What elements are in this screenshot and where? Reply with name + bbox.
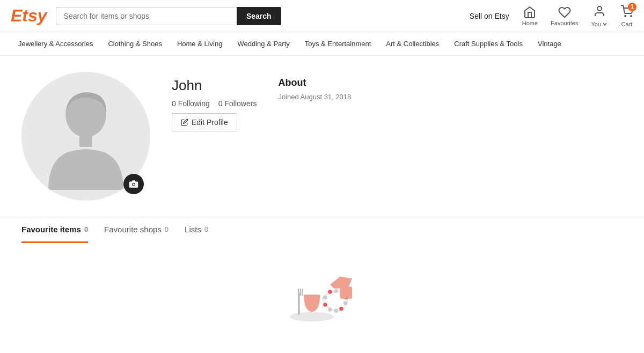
search-input[interactable] (56, 7, 237, 25)
home-nav[interactable]: Home (522, 6, 538, 26)
header-right: Sell on Etsy Home Favourites You (470, 5, 633, 27)
svg-point-19 (334, 309, 339, 313)
nav-item-art[interactable]: Art & Collectibles (378, 32, 447, 56)
cart-nav[interactable]: 1 Cart (620, 5, 633, 27)
pencil-icon (181, 119, 188, 126)
you-label: You (591, 21, 608, 27)
main-content: John 0 Following 0 Followers Edit Profil… (0, 56, 644, 350)
home-label: Home (522, 20, 538, 26)
category-nav: Jewellery & Accessories Clothing & Shoes… (0, 32, 644, 56)
camera-icon (129, 179, 138, 189)
favourites-nav[interactable]: Favourites (551, 6, 578, 26)
svg-point-13 (328, 290, 332, 294)
tab-favourite-items[interactable]: Favourite items 0 (21, 217, 88, 243)
svg-point-7 (290, 312, 334, 322)
nav-item-jewellery[interactable]: Jewellery & Accessories (11, 32, 100, 56)
profile-info: John 0 Following 0 Followers Edit Profil… (172, 72, 257, 201)
svg-rect-10 (300, 289, 301, 296)
sell-on-etsy-link[interactable]: Sell on Etsy (470, 12, 509, 20)
camera-button[interactable] (123, 174, 144, 194)
svg-point-6 (133, 183, 135, 186)
tabs-bar: Favourite items 0 Favourite shops 0 List… (21, 217, 623, 243)
nav-item-toys[interactable]: Toys & Entertainment (297, 32, 379, 56)
profile-name: John (172, 77, 257, 94)
header: Etsy Search Sell on Etsy Home Favourites (0, 0, 644, 32)
avatar-container (21, 72, 150, 201)
followers-stat: 0 Followers (218, 99, 257, 108)
profile-row: John 0 Following 0 Followers Edit Profil… (0, 56, 644, 211)
svg-rect-9 (298, 289, 299, 296)
svg-point-14 (334, 289, 339, 293)
chevron-down-icon (602, 21, 608, 27)
nav-item-home[interactable]: Home & Living (170, 32, 230, 56)
svg-point-2 (631, 16, 632, 17)
nav-item-clothing[interactable]: Clothing & Shoes (100, 32, 169, 56)
about-section: About Joined August 31, 2018 (278, 72, 623, 201)
search-button[interactable]: Search (237, 7, 281, 25)
svg-point-0 (597, 6, 602, 11)
tab-favourite-shops[interactable]: Favourite shops 0 (104, 217, 169, 243)
tab-lists[interactable]: Lists 0 (185, 217, 208, 243)
about-title: About (278, 77, 623, 89)
svg-point-21 (323, 303, 327, 307)
tabs-section: Favourite items 0 Favourite shops 0 List… (0, 217, 644, 243)
heart-icon (558, 6, 571, 19)
svg-rect-22 (340, 286, 353, 299)
joined-date: Joined August 31, 2018 (278, 93, 623, 101)
search-form: Search (56, 7, 281, 25)
edit-profile-button[interactable]: Edit Profile (172, 113, 237, 131)
svg-rect-11 (302, 289, 303, 296)
nav-item-craft[interactable]: Craft Supplies & Tools (447, 32, 530, 56)
empty-illustration (279, 264, 365, 329)
svg-rect-8 (298, 293, 300, 315)
svg-point-20 (328, 307, 332, 312)
user-icon (593, 5, 606, 18)
avatar-silhouette (38, 83, 134, 190)
cart-label: Cart (621, 21, 633, 27)
svg-point-18 (339, 307, 343, 311)
svg-rect-4 (79, 134, 92, 147)
nav-item-vintage[interactable]: Vintage (530, 32, 569, 56)
svg-point-12 (323, 296, 327, 300)
empty-state (0, 243, 644, 350)
home-icon (523, 6, 536, 19)
follow-stats: 0 Following 0 Followers (172, 99, 257, 108)
svg-point-17 (343, 301, 348, 305)
cart-badge: 1 (628, 3, 636, 11)
following-stat: 0 Following (172, 99, 210, 108)
you-nav[interactable]: You (591, 5, 608, 27)
nav-item-wedding[interactable]: Wedding & Party (230, 32, 297, 56)
etsy-logo[interactable]: Etsy (11, 6, 47, 26)
favourites-label: Favourites (551, 20, 578, 26)
svg-point-1 (625, 16, 626, 17)
